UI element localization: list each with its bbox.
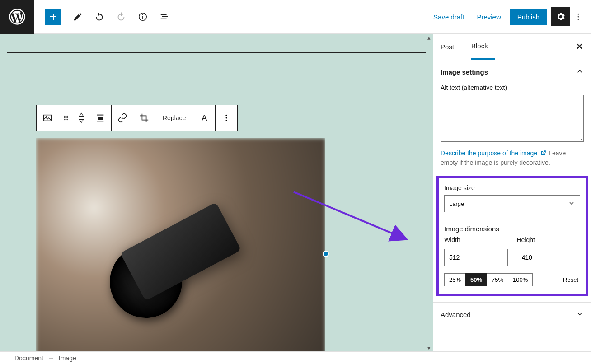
svg-rect-16 <box>98 117 103 120</box>
sidebar-tabs: Post Block ✕ <box>433 34 591 60</box>
svg-point-8 <box>46 116 47 117</box>
svg-rect-17 <box>97 121 104 121</box>
describe-purpose-link[interactable]: Describe the purpose of the image <box>441 149 537 157</box>
image-content <box>36 138 325 351</box>
resize-handle-right[interactable] <box>323 251 329 257</box>
chevron-down-icon <box>568 200 575 208</box>
save-draft-link[interactable]: Save draft <box>427 13 470 21</box>
svg-rect-2 <box>142 16 143 19</box>
info-icon[interactable] <box>132 6 154 28</box>
svg-point-6 <box>578 19 579 20</box>
settings-button[interactable] <box>551 7 570 26</box>
more-options-icon[interactable] <box>570 7 586 26</box>
svg-point-18 <box>226 115 227 116</box>
height-input[interactable] <box>517 249 581 266</box>
svg-point-14 <box>66 119 67 120</box>
block-more-icon[interactable] <box>216 105 237 131</box>
svg-point-13 <box>64 119 65 120</box>
svg-rect-7 <box>44 115 52 121</box>
scroll-down-icon[interactable]: ▾ <box>426 345 432 350</box>
separator-block[interactable] <box>7 52 426 53</box>
svg-point-5 <box>578 16 579 18</box>
breadcrumb: Document → Image <box>0 351 591 364</box>
breadcrumb-separator: → <box>48 355 54 362</box>
chevron-down-icon <box>576 310 584 319</box>
text-style-button[interactable]: A <box>193 105 215 131</box>
svg-point-20 <box>226 120 227 121</box>
close-sidebar-icon[interactable]: ✕ <box>576 42 583 51</box>
move-arrows[interactable] <box>74 105 89 131</box>
replace-button[interactable]: Replace <box>155 105 193 131</box>
preview-link[interactable]: Preview <box>470 13 507 21</box>
svg-point-11 <box>64 117 65 118</box>
breadcrumb-document[interactable]: Document <box>14 355 43 362</box>
panel-advanced[interactable]: Advanced <box>433 303 591 327</box>
drag-handle-icon[interactable] <box>58 105 74 131</box>
alt-text-label: Alt text (alternative text) <box>441 84 584 91</box>
crop-icon[interactable] <box>133 105 155 131</box>
pct-75[interactable]: 75% <box>487 273 508 286</box>
percent-button-group: 25% 50% 75% 100% <box>444 273 533 286</box>
image-dimensions-label: Image dimensions <box>444 225 580 233</box>
panel-image-settings[interactable]: Image settings <box>433 60 591 84</box>
block-type-icon[interactable] <box>37 105 58 131</box>
image-block[interactable] <box>36 138 325 351</box>
pct-50[interactable]: 50% <box>465 273 487 286</box>
svg-point-9 <box>64 116 65 117</box>
width-label: Width <box>444 236 508 243</box>
scroll-up-icon[interactable]: ▴ <box>426 35 432 40</box>
svg-point-4 <box>578 14 579 15</box>
editor-canvas[interactable]: ▴ ▾ <box>0 34 433 351</box>
block-toolbar: Replace A <box>36 105 238 131</box>
width-input[interactable] <box>444 249 508 266</box>
panel-advanced-title: Advanced <box>441 311 471 318</box>
alt-text-input[interactable] <box>441 95 584 142</box>
tab-post[interactable]: Post <box>441 35 461 59</box>
reset-button[interactable]: Reset <box>561 274 580 286</box>
svg-point-19 <box>226 117 227 119</box>
publish-button[interactable]: Publish <box>510 9 547 25</box>
svg-rect-15 <box>97 115 104 116</box>
breadcrumb-image[interactable]: Image <box>59 355 76 362</box>
image-size-label: Image size <box>444 184 580 191</box>
undo-icon[interactable] <box>89 6 110 28</box>
image-size-value: Large <box>449 201 464 207</box>
pct-100[interactable]: 100% <box>508 273 533 286</box>
redo-icon[interactable] <box>110 6 132 28</box>
align-icon[interactable] <box>89 105 111 131</box>
svg-point-12 <box>66 117 67 118</box>
settings-sidebar: Post Block ✕ Image settings Alt text (al… <box>433 34 591 351</box>
height-label: Height <box>517 236 581 243</box>
chevron-up-icon <box>576 67 584 77</box>
panel-title: Image settings <box>441 68 488 76</box>
link-icon[interactable] <box>112 105 133 131</box>
editor-topbar: Save draft Preview Publish <box>0 0 591 34</box>
svg-rect-3 <box>142 14 143 15</box>
outline-icon[interactable] <box>154 6 175 28</box>
external-link-icon <box>540 150 546 158</box>
edit-mode-icon[interactable] <box>67 6 89 28</box>
wordpress-logo[interactable] <box>0 0 34 34</box>
pct-25[interactable]: 25% <box>444 273 466 286</box>
tab-block[interactable]: Block <box>471 34 495 60</box>
image-size-select[interactable]: Large <box>444 195 580 212</box>
add-block-button[interactable] <box>45 9 61 25</box>
svg-point-10 <box>66 116 67 117</box>
image-size-section: Image size Large Image dimensions Width … <box>436 176 588 296</box>
